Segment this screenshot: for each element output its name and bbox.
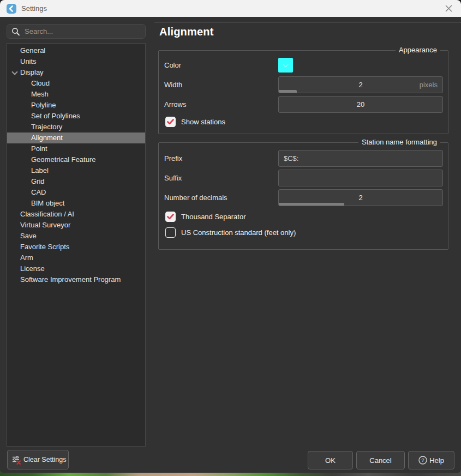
help-icon: ? <box>418 456 427 465</box>
sidebar-item-alignment[interactable]: Alignment <box>7 132 145 143</box>
sidebar-item-label: Label <box>31 165 49 176</box>
sidebar-item-polyline[interactable]: Polyline <box>7 100 145 111</box>
suffix-field <box>278 170 443 186</box>
appearance-group-title: Appearance <box>396 46 440 54</box>
suffix-label: Suffix <box>164 174 182 182</box>
decimals-label: Number of decimals <box>164 194 227 202</box>
checkbox-icon <box>165 212 176 222</box>
search-input[interactable] <box>25 27 141 35</box>
arrows-value: 20 <box>279 97 442 112</box>
sidebar-item-cloud[interactable]: Cloud <box>7 78 145 89</box>
width-value: 2 <box>279 77 442 93</box>
appearance-group: Appearance Color Width 2 pixels Arrows 2… <box>158 50 448 134</box>
sidebar-item-label: Cloud <box>31 78 50 89</box>
sidebar-item-label[interactable]: Label <box>7 165 145 176</box>
sidebar-item-display[interactable]: Display <box>7 67 145 78</box>
help-button[interactable]: ? Help <box>408 451 454 469</box>
window-title: Settings <box>21 4 47 13</box>
sidebar-item-grid[interactable]: Grid <box>7 176 145 187</box>
sidebar-item-label: Software Improvement Program <box>20 274 121 285</box>
sidebar-item-trajectory[interactable]: Trajectory <box>7 122 145 132</box>
decimals-value: 2 <box>279 190 442 206</box>
settings-page: Alignment Appearance Color Width 2 pixel… <box>154 22 461 443</box>
sidebar-item-bim-object[interactable]: BIM object <box>7 198 145 209</box>
sidebar-item-general[interactable]: General <box>7 45 145 56</box>
width-unit: pixels <box>420 77 438 93</box>
sidebar-item-label: Grid <box>31 176 45 187</box>
settings-window: Settings GeneralUnitsDisplayCloudMeshPol… <box>0 0 461 473</box>
sidebar-item-cad[interactable]: CAD <box>7 187 145 198</box>
sidebar-item-label: Geometrical Feature <box>31 154 96 165</box>
prefix-label: Prefix <box>164 154 182 162</box>
sidebar-item-label: Set of Polylines <box>31 111 80 122</box>
sidebar-item-label: Polyline <box>31 100 56 111</box>
help-label: Help <box>429 456 444 465</box>
width-spinner[interactable]: 2 pixels <box>278 76 443 93</box>
sidebar-item-label: Arm <box>20 252 33 263</box>
sidebar-item-arm[interactable]: Arm <box>7 252 145 263</box>
show-stations-checkbox[interactable]: Show stations <box>164 116 443 127</box>
sidebar-item-point[interactable]: Point <box>7 143 145 154</box>
arrows-spinner[interactable]: 20 <box>278 96 443 113</box>
page-title: Alignment <box>159 26 461 38</box>
app-back-icon <box>7 4 16 14</box>
us-construction-checkbox[interactable]: US Construction standard (feet only) <box>164 227 443 238</box>
sidebar-item-label: Point <box>31 143 47 154</box>
sidebar-item-label: CAD <box>31 187 46 198</box>
sidebar-item-label: Display <box>20 67 44 78</box>
station-formatting-group: Station name formatting Prefix Suffix Nu… <box>158 142 448 250</box>
sidebar-item-label: Mesh <box>31 89 49 100</box>
sidebar-item-label: License <box>20 263 45 274</box>
sidebar-item-label: Virtual Surveyor <box>20 220 70 231</box>
sidebar-item-set-of-polylines[interactable]: Set of Polylines <box>7 111 145 122</box>
checkbox-icon <box>165 227 176 238</box>
ok-label: OK <box>325 456 336 465</box>
cancel-button[interactable]: Cancel <box>356 451 405 469</box>
chevron-down-icon <box>283 62 289 67</box>
ok-button[interactable]: OK <box>308 451 353 469</box>
close-button[interactable] <box>436 0 461 17</box>
checkbox-icon <box>165 117 176 127</box>
cancel-label: Cancel <box>369 456 391 465</box>
sidebar-item-virtual-surveyor[interactable]: Virtual Surveyor <box>7 220 145 231</box>
sidebar-item-label: Alignment <box>31 132 63 143</box>
sidebar-item-label: General <box>20 45 45 56</box>
settings-tree: GeneralUnitsDisplayCloudMeshPolylineSet … <box>7 43 146 447</box>
prefix-input[interactable] <box>279 150 442 166</box>
sidebar-item-classification-ai[interactable]: Classification / AI <box>7 209 145 220</box>
search-box <box>7 24 146 39</box>
width-label: Width <box>164 81 182 89</box>
sidebar-item-geometrical-feature[interactable]: Geometrical Feature <box>7 154 145 165</box>
station-group-title: Station name formatting <box>358 138 440 146</box>
arrows-label: Arrows <box>164 100 186 109</box>
clear-settings-icon <box>12 455 21 465</box>
sidebar-item-units[interactable]: Units <box>7 56 145 67</box>
search-icon <box>11 27 20 36</box>
color-label: Color <box>164 61 181 69</box>
sidebar-item-mesh[interactable]: Mesh <box>7 89 145 100</box>
svg-text:?: ? <box>421 457 424 463</box>
decimals-spinner[interactable]: 2 <box>278 189 443 206</box>
sidebar-item-software-improvement-program[interactable]: Software Improvement Program <box>7 274 145 285</box>
prefix-field <box>278 150 443 167</box>
clear-settings-button[interactable]: Clear Settings <box>7 450 69 469</box>
color-swatch-button[interactable] <box>278 58 293 73</box>
sidebar-item-label: Favorite Scripts <box>20 242 69 252</box>
sidebar-item-label: Trajectory <box>31 122 62 132</box>
sidebar-item-license[interactable]: License <box>7 263 145 274</box>
thousand-separator-label: Thousand Separator <box>181 213 246 221</box>
us-construction-label: US Construction standard (feet only) <box>181 228 296 237</box>
thousand-separator-checkbox[interactable]: Thousand Separator <box>164 211 443 222</box>
sidebar-item-label: Classification / AI <box>20 209 74 220</box>
titlebar: Settings <box>0 0 461 17</box>
clear-settings-label: Clear Settings <box>23 456 67 463</box>
suffix-input[interactable] <box>279 170 442 186</box>
sidebar-item-label: Units <box>20 56 37 67</box>
show-stations-label: Show stations <box>181 118 225 126</box>
sidebar-item-label: Save <box>20 231 37 242</box>
chevron-down-icon[interactable] <box>12 70 16 74</box>
sidebar-item-favorite-scripts[interactable]: Favorite Scripts <box>7 242 145 252</box>
sidebar-item-save[interactable]: Save <box>7 231 145 242</box>
sidebar-item-label: BIM object <box>31 198 64 209</box>
